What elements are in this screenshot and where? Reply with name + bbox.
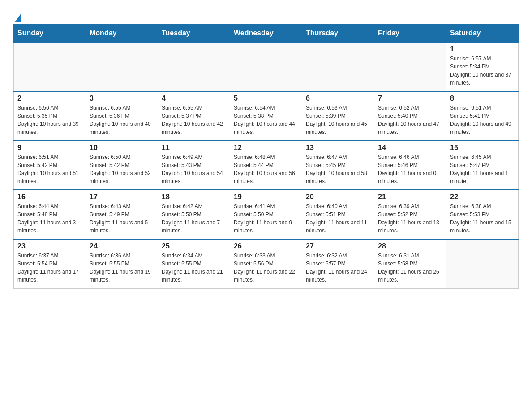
day-info-text: Sunset: 5:49 PM [90,210,154,218]
day-info-text: Sunset: 5:54 PM [17,260,82,268]
day-number: 23 [17,242,82,250]
day-info-text: Sunrise: 6:44 AM [17,202,82,210]
day-info-text: Sunset: 5:39 PM [306,112,370,120]
day-number: 8 [450,94,515,103]
day-info-text: Sunset: 5:55 PM [90,260,154,268]
day-info-text: Sunrise: 6:57 AM [450,55,515,63]
calendar-cell: 11Sunrise: 6:49 AMSunset: 5:43 PMDayligh… [158,141,230,190]
logo-general [13,13,21,22]
calendar-cell: 10Sunrise: 6:50 AMSunset: 5:42 PMDayligh… [86,141,158,190]
day-info-text: Sunrise: 6:37 AM [17,252,82,260]
day-info-text: Daylight: 10 hours and 44 minutes. [234,120,298,136]
logo-triangle-icon [15,13,21,22]
day-info-text: Sunrise: 6:47 AM [306,153,370,161]
day-info-text: Daylight: 10 hours and 49 minutes. [450,120,515,136]
day-info-text: Sunrise: 6:33 AM [234,252,298,260]
day-info-text: Daylight: 11 hours and 26 minutes. [378,268,442,284]
day-info-text: Sunset: 5:50 PM [162,210,226,218]
day-info-text: Sunrise: 6:45 AM [450,153,515,161]
day-of-week-header: Tuesday [158,25,230,43]
day-info-text: Sunset: 5:52 PM [378,210,442,218]
day-info-text: Sunrise: 6:54 AM [234,104,298,112]
day-info-text: Sunset: 5:41 PM [450,112,515,120]
day-info-text: Sunrise: 6:51 AM [450,104,515,112]
day-number: 14 [378,144,442,152]
calendar-cell: 21Sunrise: 6:39 AMSunset: 5:52 PMDayligh… [374,190,446,239]
day-number: 17 [90,193,154,201]
day-info-text: Daylight: 11 hours and 22 minutes. [234,268,298,284]
day-number: 4 [162,94,226,103]
day-info-text: Daylight: 11 hours and 24 minutes. [306,268,370,284]
day-info-text: Sunrise: 6:39 AM [378,202,442,210]
day-number: 25 [162,242,226,250]
day-info-text: Daylight: 11 hours and 3 minutes. [17,218,82,235]
day-number: 9 [17,144,82,152]
day-info-text: Sunset: 5:37 PM [162,112,226,120]
day-number: 18 [162,193,226,201]
calendar-cell [446,239,519,288]
day-info-text: Daylight: 11 hours and 13 minutes. [378,218,442,235]
day-number: 12 [234,144,298,152]
calendar-cell: 5Sunrise: 6:54 AMSunset: 5:38 PMDaylight… [230,91,302,141]
day-info-text: Daylight: 11 hours and 21 minutes. [162,268,226,284]
day-info-text: Daylight: 10 hours and 56 minutes. [234,169,298,185]
day-info-text: Daylight: 10 hours and 47 minutes. [378,120,442,136]
day-info-text: Sunrise: 6:46 AM [378,153,442,161]
day-info-text: Sunrise: 6:42 AM [162,202,226,210]
calendar-cell: 27Sunrise: 6:32 AMSunset: 5:57 PMDayligh… [302,239,374,288]
calendar-week-row: 1Sunrise: 6:57 AMSunset: 5:34 PMDaylight… [14,42,519,91]
day-number: 19 [234,193,298,201]
day-number: 21 [378,193,442,201]
day-info-text: Sunset: 5:34 PM [450,63,515,71]
day-info-text: Sunrise: 6:43 AM [90,202,154,210]
day-info-text: Sunset: 5:57 PM [306,260,370,268]
day-info-text: Sunrise: 6:49 AM [162,153,226,161]
day-info-text: Sunset: 5:48 PM [17,210,82,218]
calendar-cell [14,42,86,91]
calendar-cell: 20Sunrise: 6:40 AMSunset: 5:51 PMDayligh… [302,190,374,239]
day-info-text: Daylight: 11 hours and 9 minutes. [234,218,298,235]
day-info-text: Sunset: 5:38 PM [234,112,298,120]
day-number: 15 [450,144,515,152]
day-info-text: Sunset: 5:51 PM [306,210,370,218]
day-info-text: Sunset: 5:46 PM [378,161,442,169]
day-info-text: Sunrise: 6:55 AM [90,104,154,112]
day-number: 6 [306,94,370,103]
day-info-text: Daylight: 11 hours and 5 minutes. [90,218,154,235]
day-info-text: Daylight: 11 hours and 19 minutes. [90,268,154,284]
calendar-cell: 25Sunrise: 6:34 AMSunset: 5:55 PMDayligh… [158,239,230,288]
calendar-cell [86,42,158,91]
day-info-text: Sunrise: 6:51 AM [17,153,82,161]
day-info-text: Sunrise: 6:32 AM [306,252,370,260]
day-number: 3 [90,94,154,103]
calendar-cell: 26Sunrise: 6:33 AMSunset: 5:56 PMDayligh… [230,239,302,288]
day-info-text: Sunrise: 6:31 AM [378,252,442,260]
day-info-text: Sunset: 5:47 PM [450,161,515,169]
calendar-cell: 7Sunrise: 6:52 AMSunset: 5:40 PMDaylight… [374,91,446,141]
day-info-text: Daylight: 11 hours and 7 minutes. [162,218,226,235]
day-number: 16 [17,193,82,201]
day-number: 1 [450,45,515,53]
day-number: 20 [306,193,370,201]
day-number: 27 [306,242,370,250]
day-number: 2 [17,94,82,103]
day-info-text: Sunrise: 6:38 AM [450,202,515,210]
day-of-week-header: Monday [86,25,158,43]
day-info-text: Daylight: 10 hours and 37 minutes. [450,71,515,87]
day-info-text: Sunset: 5:36 PM [90,112,154,120]
day-info-text: Daylight: 10 hours and 39 minutes. [17,120,82,136]
day-number: 5 [234,94,298,103]
day-info-text: Sunset: 5:42 PM [17,161,82,169]
day-info-text: Sunrise: 6:41 AM [234,202,298,210]
day-info-text: Sunset: 5:50 PM [234,210,298,218]
calendar-header-row: SundayMondayTuesdayWednesdayThursdayFrid… [14,25,519,43]
calendar-cell: 1Sunrise: 6:57 AMSunset: 5:34 PMDaylight… [446,42,519,91]
day-number: 28 [378,242,442,250]
day-info-text: Daylight: 10 hours and 45 minutes. [306,120,370,136]
day-info-text: Daylight: 11 hours and 0 minutes. [378,169,442,185]
calendar-cell: 3Sunrise: 6:55 AMSunset: 5:36 PMDaylight… [86,91,158,141]
calendar-cell: 14Sunrise: 6:46 AMSunset: 5:46 PMDayligh… [374,141,446,190]
calendar-cell: 2Sunrise: 6:56 AMSunset: 5:35 PMDaylight… [14,91,86,141]
day-number: 24 [90,242,154,250]
day-info-text: Daylight: 11 hours and 11 minutes. [306,218,370,235]
